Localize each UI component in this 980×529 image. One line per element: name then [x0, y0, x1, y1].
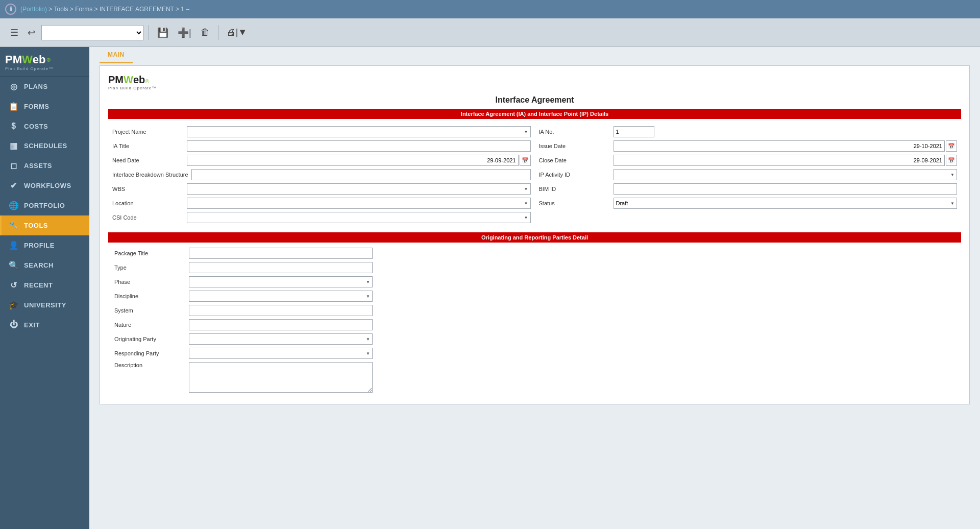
profile-icon: 👤: [9, 241, 19, 250]
tab-main[interactable]: MAIN: [100, 47, 133, 63]
sidebar-item-tools[interactable]: 🔧 TOOLS: [0, 215, 89, 235]
ia-no-row: IA No. 1: [539, 126, 958, 137]
separator2: [218, 25, 218, 40]
add-button[interactable]: ➕|: [175, 25, 194, 40]
sidebar: PMWeb ® Plan Build Operate™ ◎ PLANS 📋 FO…: [0, 47, 89, 529]
save-button[interactable]: 💾: [154, 25, 172, 40]
sidebar-item-forms[interactable]: 📋 FORMS: [0, 97, 89, 116]
ia-title-label: IA Title: [112, 143, 184, 149]
discipline-label: Discipline: [114, 293, 186, 299]
sidebar-item-costs[interactable]: $ COSTS: [0, 116, 89, 136]
toolbar: ☰ ↩ 💾 ➕| 🗑 🖨|▼: [0, 18, 980, 47]
form-title: Interface Agreement: [108, 95, 961, 105]
close-date-wrapper: 29-09-2021 📅: [614, 155, 958, 166]
package-title-input[interactable]: [189, 248, 373, 259]
status-select-wrapper: Draft Active Closed: [614, 198, 958, 209]
info-icon[interactable]: ℹ: [5, 4, 16, 15]
wbs-select[interactable]: [187, 183, 531, 195]
nature-input[interactable]: [189, 319, 373, 330]
delete-button[interactable]: 🗑: [198, 25, 213, 40]
assets-icon: ◻: [9, 161, 19, 171]
nature-label: Nature: [114, 322, 186, 328]
issue-date-calendar[interactable]: 📅: [946, 140, 957, 152]
bim-id-label: BIM ID: [539, 186, 610, 192]
logo-sub: Plan Build Operate™: [5, 66, 84, 71]
sidebar-label-plans: PLANS: [24, 83, 48, 90]
ibs-input[interactable]: [191, 169, 531, 180]
exit-icon: ⏻: [9, 320, 19, 329]
location-select[interactable]: [187, 198, 531, 209]
ia-title-input[interactable]: [187, 140, 531, 152]
need-date-label: Need Date: [112, 157, 184, 163]
sidebar-item-exit[interactable]: ⏻ EXIT: [0, 315, 89, 334]
sidebar-item-assets[interactable]: ◻ ASSETS: [0, 156, 89, 176]
close-date-input[interactable]: 29-09-2021: [614, 155, 945, 166]
workflow-dropdown[interactable]: [41, 25, 143, 40]
sidebar-label-forms: FORMS: [24, 103, 49, 110]
project-name-select[interactable]: [187, 126, 531, 137]
ip-activity-id-row: IP Activity ID: [539, 169, 958, 180]
list-button[interactable]: ☰: [7, 25, 21, 40]
ibs-label: Interface Breakdown Structure: [112, 172, 188, 178]
sidebar-label-university: UNIVERSITY: [24, 301, 66, 309]
sidebar-item-university[interactable]: 🎓 UNIVERSITY: [0, 295, 89, 315]
issue-date-wrapper: 29-10-2021 📅: [614, 140, 958, 152]
main-layout: PMWeb ® Plan Build Operate™ ◎ PLANS 📋 FO…: [0, 47, 980, 529]
location-row: Location: [112, 198, 531, 209]
need-date-input[interactable]: 29-09-2021: [187, 155, 519, 166]
ip-activity-select[interactable]: [614, 169, 958, 180]
discipline-select-wrapper: [189, 291, 373, 302]
responding-party-label: Responding Party: [114, 350, 186, 356]
sidebar-item-search[interactable]: 🔍 SEARCH: [0, 255, 89, 275]
need-date-calendar[interactable]: 📅: [520, 155, 531, 166]
schedules-icon: ▦: [9, 141, 19, 151]
ia-no-label: IA No.: [539, 129, 610, 135]
close-date-calendar[interactable]: 📅: [946, 155, 957, 166]
sidebar-item-profile[interactable]: 👤 PROFILE: [0, 235, 89, 255]
need-date-row: Need Date 29-09-2021 📅: [112, 155, 531, 166]
sidebar-item-schedules[interactable]: ▦ SCHEDULES: [0, 136, 89, 156]
form-logo-reg: ®: [145, 78, 149, 84]
description-textarea[interactable]: [189, 362, 373, 393]
sidebar-item-recent[interactable]: ↺ RECENT: [0, 275, 89, 295]
sidebar-label-assets: ASSETS: [24, 162, 52, 170]
undo-button[interactable]: ↩: [24, 25, 38, 40]
status-select[interactable]: Draft Active Closed: [614, 198, 958, 209]
package-title-row: Package Title: [110, 248, 959, 259]
plans-icon: ◎: [9, 82, 19, 91]
tools-icon: 🔧: [9, 221, 19, 230]
issue-date-input[interactable]: 29-10-2021: [614, 140, 945, 152]
system-label: System: [114, 307, 186, 314]
ip-activity-id-label: IP Activity ID: [539, 172, 610, 178]
print-button[interactable]: 🖨|▼: [224, 25, 251, 40]
discipline-select[interactable]: [189, 291, 373, 302]
tab-bar: MAIN: [89, 47, 980, 63]
sidebar-item-portfolio[interactable]: 🌐 PORTFOLIO: [0, 196, 89, 215]
breadcrumb-portfolio[interactable]: (Portfolio): [20, 6, 47, 13]
section1-left: Project Name IA Title Need Date: [108, 124, 535, 228]
project-name-label: Project Name: [112, 129, 184, 135]
bim-id-input[interactable]: [614, 183, 958, 195]
ia-no-input[interactable]: 1: [614, 126, 654, 137]
location-select-wrapper: [187, 198, 531, 209]
ia-title-row: IA Title: [112, 140, 531, 152]
wbs-label: WBS: [112, 186, 184, 192]
type-input[interactable]: [189, 262, 373, 273]
system-input[interactable]: [189, 305, 373, 316]
description-label: Description: [114, 362, 186, 368]
originating-party-select[interactable]: [189, 333, 373, 345]
workflows-icon: ✔: [9, 181, 19, 190]
content-area: MAIN PMWeb® Plan Build Operate™ Interfac…: [89, 47, 980, 529]
responding-party-select[interactable]: [189, 348, 373, 359]
phase-select[interactable]: [189, 276, 373, 287]
originating-party-row: Originating Party: [110, 333, 959, 345]
form-logo-pm: PM: [108, 74, 124, 86]
csi-select[interactable]: [187, 212, 531, 223]
location-label: Location: [112, 200, 184, 206]
sidebar-item-workflows[interactable]: ✔ WORKFLOWS: [0, 176, 89, 196]
sidebar-label-profile: PROFILE: [24, 242, 55, 249]
sidebar-item-plans[interactable]: ◎ PLANS: [0, 77, 89, 97]
responding-party-row: Responding Party: [110, 348, 959, 359]
section1-right: IA No. 1 Issue Date 29-10-2021 📅 Close D…: [535, 124, 962, 228]
project-name-row: Project Name: [112, 126, 531, 137]
